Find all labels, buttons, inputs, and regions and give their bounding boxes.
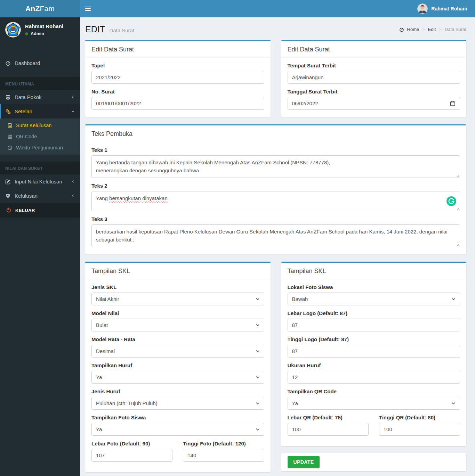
sidebar-item-setelan[interactable]: Setelan bbox=[0, 104, 80, 118]
breadcrumb-separator: > bbox=[422, 27, 425, 32]
breadcrumb: Home > Edit > Data Surat bbox=[399, 27, 466, 32]
breadcrumb-separator: > bbox=[439, 27, 442, 32]
sidebar-header-nilai-suket: NILAI DAN SUKET bbox=[0, 162, 80, 174]
teks3-label: Teks 3 bbox=[91, 216, 460, 222]
tanggal-surat-label: Tanggal Surat Terbit bbox=[288, 89, 460, 95]
lebar-qr-input[interactable] bbox=[288, 423, 369, 436]
sidebar-header-menu-utama: MENU UTAMA bbox=[0, 77, 80, 90]
sidebar-item-keluar[interactable]: KELUAR bbox=[0, 203, 80, 218]
tampilkan-foto-label: Tampilkan Foto Siswa bbox=[91, 415, 264, 420]
no-surat-input[interactable] bbox=[91, 97, 264, 110]
edit-icon bbox=[5, 179, 11, 184]
update-card: UPDATE bbox=[281, 453, 467, 471]
sidebar-item-data-pokok[interactable]: Data Pokok bbox=[0, 90, 80, 104]
card-tampilan-skl-right: Tampilan SKL Lokasi Foto Siswa Bawah bbox=[281, 262, 467, 446]
sidebar-item-kelulusan[interactable]: Kelulusan bbox=[0, 189, 80, 203]
sidebar-item-waktu-pengumuman[interactable]: Waktu Pengumuman bbox=[0, 142, 80, 153]
jenis-skl-label: Jenis SKL bbox=[91, 284, 264, 290]
breadcrumb-home[interactable]: Home bbox=[407, 27, 419, 32]
main-content: EDIT Data Surat Home > Edit > Data Surat bbox=[80, 17, 475, 476]
tapel-label: Tapel bbox=[91, 63, 264, 68]
no-surat-label: No. Surat bbox=[91, 89, 264, 95]
tempat-surat-label: Tempat Surat Terbit bbox=[288, 63, 460, 68]
tampilkan-huruf-select[interactable]: Ya bbox=[91, 371, 264, 384]
chevron-down-icon bbox=[256, 297, 260, 301]
model-rata-select[interactable]: Desimal bbox=[91, 345, 264, 358]
tampilkan-qr-label: Tampilkan QR Code bbox=[288, 388, 460, 394]
page-title: EDIT bbox=[85, 24, 105, 34]
teks1-label: Teks 1 bbox=[91, 147, 460, 153]
tempat-surat-input[interactable] bbox=[288, 71, 460, 84]
tinggi-logo-input[interactable] bbox=[288, 345, 460, 358]
breadcrumb-edit[interactable]: Edit bbox=[428, 27, 436, 32]
ukuran-huruf-label: Ukuran Huruf bbox=[288, 362, 460, 368]
sidebar-item-qr-code[interactable]: QR Code bbox=[0, 131, 80, 142]
tinggi-logo-label: Tinggi Logo (Default: 87) bbox=[288, 336, 460, 342]
chevron-down-icon bbox=[451, 297, 456, 301]
teks3-textarea[interactable]: berdasarkan hasil keputusan Rapat Pleno … bbox=[91, 224, 460, 247]
brand-logo[interactable]: AnZFam bbox=[0, 0, 80, 17]
sidebar-menu: Dashboard MENU UTAMA Data Pokok Setelan bbox=[0, 56, 80, 218]
navbar-user-menu[interactable]: Rahmat Rohani bbox=[414, 0, 470, 17]
submenu-item-label: Surat Kelulusan bbox=[16, 123, 51, 128]
submenu-item-label: Waktu Pengumuman bbox=[16, 145, 63, 150]
chevron-down-icon bbox=[256, 323, 260, 327]
sidebar-item-surat-kelulusan[interactable]: W Surat Kelulusan bbox=[0, 120, 80, 131]
sidebar-item-label: Kelulusan bbox=[15, 193, 38, 199]
database-icon bbox=[5, 95, 11, 100]
card-title: Tampilan SKL bbox=[85, 263, 271, 279]
word-file-icon: W bbox=[7, 123, 13, 128]
tanggal-surat-date-input[interactable]: 06/02/2022 bbox=[288, 97, 460, 110]
sidebar-item-label: KELUAR bbox=[15, 208, 35, 213]
jenis-skl-select[interactable]: Nilai Akhir bbox=[91, 293, 264, 305]
teks2-textarea[interactable]: Yang bersangkutan dinyatakan bbox=[91, 191, 460, 211]
brand-regular: Fam bbox=[40, 5, 55, 13]
tampilkan-qr-select[interactable]: Ya bbox=[288, 397, 460, 410]
tapel-input[interactable] bbox=[91, 71, 264, 84]
tinggi-qr-label: Tinggi QR (Default: 80) bbox=[379, 415, 460, 420]
navbar-user-name: Rahmat Rohani bbox=[431, 6, 467, 11]
setelan-submenu: W Surat Kelulusan QR Code Waktu Pengumum… bbox=[0, 118, 80, 155]
teks3-text: berdasarkan hasil keputusan Rapat Pleno … bbox=[96, 228, 456, 244]
tampilkan-huruf-label: Tampilkan Huruf bbox=[91, 362, 264, 368]
card-title: Edit Data Surat bbox=[281, 41, 467, 58]
tinggi-foto-label: Tinggi Foto (Default: 120) bbox=[183, 441, 264, 446]
lebar-foto-input[interactable] bbox=[91, 449, 172, 462]
chevron-down-icon bbox=[256, 375, 260, 379]
sidebar-item-label: Input Nilai Kelulusan bbox=[15, 179, 62, 184]
model-nilai-select[interactable]: Bulat bbox=[91, 319, 264, 331]
jenis-huruf-select[interactable]: Puluhan (cth: Tujuh Puluh) bbox=[91, 397, 264, 410]
tampilkan-foto-select[interactable]: Ya bbox=[91, 423, 264, 436]
tinggi-foto-input[interactable] bbox=[183, 449, 264, 462]
model-nilai-label: Model Nilai bbox=[91, 310, 264, 316]
ukuran-huruf-input[interactable] bbox=[288, 371, 460, 384]
sidebar-toggle-icon[interactable] bbox=[80, 0, 96, 17]
chevron-left-icon bbox=[71, 180, 75, 183]
teks1-textarea[interactable]: Yang bertanda tangan dibawah ini Kepala … bbox=[91, 155, 460, 178]
chevron-down-icon bbox=[256, 349, 260, 353]
sidebar-item-dashboard[interactable]: Dashboard bbox=[0, 56, 80, 70]
chevron-down-icon bbox=[451, 401, 456, 405]
date-value: 06/02/2022 bbox=[292, 100, 318, 106]
heartbeat-icon bbox=[5, 193, 11, 199]
top-navbar: AnZFam bbox=[0, 0, 475, 17]
lebar-logo-input[interactable] bbox=[288, 319, 460, 331]
lokasi-foto-label: Lokasi Foto Siswa bbox=[288, 284, 460, 290]
chevron-down-icon bbox=[256, 427, 260, 432]
sidebar-item-label: Data Pokok bbox=[15, 94, 42, 100]
teks1-line1: Yang bertanda tangan dibawah ini Kepala … bbox=[96, 159, 456, 167]
submenu-item-label: QR Code bbox=[16, 134, 37, 139]
update-button[interactable]: UPDATE bbox=[288, 456, 320, 468]
card-edit-data-surat-right: Edit Data Surat Tempat Surat Terbit Tang… bbox=[281, 40, 467, 117]
lokasi-foto-select[interactable]: Bawah bbox=[288, 293, 460, 305]
sidebar-item-input-nilai[interactable]: Input Nilai Kelulusan bbox=[0, 174, 80, 189]
calendar-icon[interactable] bbox=[450, 101, 456, 106]
tinggi-qr-input[interactable] bbox=[379, 423, 460, 436]
select-value: Nilai Akhir bbox=[96, 296, 119, 302]
card-teks-pembuka: Teks Pembuka Teks 1 Yang bertanda tangan… bbox=[85, 124, 466, 254]
card-edit-data-surat-left: Edit Data Surat Tapel No. Surat bbox=[85, 40, 271, 117]
grammarly-icon[interactable] bbox=[446, 196, 456, 206]
school-logo bbox=[5, 22, 21, 38]
lebar-qr-label: Lebar QR (Default: 75) bbox=[288, 415, 369, 420]
brand-bold: AnZ bbox=[25, 5, 40, 13]
